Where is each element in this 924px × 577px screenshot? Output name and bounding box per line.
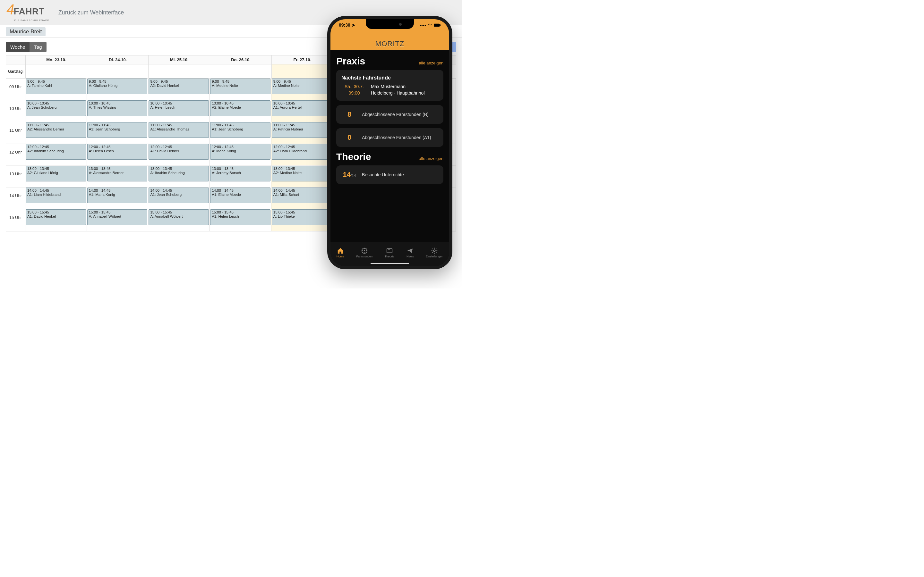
day-header: Mo. 23.10. xyxy=(25,55,87,64)
calendar-event[interactable]: 11:00 - 11:45A1: Jean Schoberg xyxy=(210,122,270,138)
view-week-button[interactable]: Woche xyxy=(6,42,29,52)
calendar-event[interactable]: 14:00 - 14:45A1: Elaine Moede xyxy=(210,187,270,203)
logo-text: FAHRT xyxy=(13,6,44,16)
calendar-event[interactable]: 15:00 - 15:45A: Annabell Wölpert xyxy=(149,210,209,225)
phone-content[interactable]: Praxis alle anzeigen Nächste Fahrstunde … xyxy=(330,50,449,242)
calendar-event[interactable]: 13:00 - 13:45A2: Giuliano Hönig xyxy=(26,166,86,181)
logo-subtitle: DIE FAHRSCHULENAPP xyxy=(14,19,49,22)
event-title: A1: Jean Schoberg xyxy=(212,127,269,131)
calendar-event[interactable]: 10:00 - 10:45A: Helen Lesch xyxy=(149,100,209,116)
event-title: A: Helen Lesch xyxy=(150,105,207,110)
day-column[interactable]: 9:00 - 9:45A: Medine Nolte10:00 - 10:45A… xyxy=(271,79,333,231)
event-time: 13:00 - 13:45 xyxy=(89,167,146,171)
day-column[interactable]: 9:00 - 9:45A: Medine Nolte10:00 - 10:45A… xyxy=(210,79,271,231)
tab-news[interactable]: News xyxy=(407,247,414,258)
calendar-event[interactable]: 13:00 - 13:45A2: Medine Nolte xyxy=(272,166,332,181)
event-title: A: Giuliano Hönig xyxy=(89,84,146,88)
calendar-event[interactable]: 15:00 - 15:45A1: Helen Lesch xyxy=(210,210,270,225)
completed-a1-count: 0 xyxy=(341,133,357,142)
calendar-event[interactable]: 11:00 - 11:45A1: Jean Schoberg xyxy=(87,122,148,138)
event-title: A1: Jean Schoberg xyxy=(150,193,207,197)
event-title: A: Patricia Hübner xyxy=(273,127,330,131)
calendar-event[interactable]: 13:00 - 13:45A: Alessandro Berner xyxy=(87,166,148,181)
user-chip[interactable]: Maurice Breit xyxy=(6,27,45,36)
day-header: Mi. 25.10. xyxy=(148,55,210,64)
event-time: 14:00 - 14:45 xyxy=(212,189,269,193)
theorie-show-all-link[interactable]: alle anzeigen xyxy=(419,156,443,161)
calendar-event[interactable]: 14:00 - 14:45A1: Liam Hildebrand xyxy=(26,187,86,203)
calendar-event[interactable]: 15:00 - 15:45A1: David Henkel xyxy=(26,210,86,225)
tab-fahrstunden[interactable]: Fahrstunden xyxy=(357,247,373,258)
allday-label: Ganztägi xyxy=(6,64,25,78)
allday-cell[interactable] xyxy=(148,64,210,78)
day-header: Do. 26.10. xyxy=(210,55,271,64)
event-title: A2: Ibrahim Scheuring xyxy=(27,149,84,153)
calendar-event[interactable]: 9:00 - 9:45A: Medine Nolte xyxy=(272,79,332,94)
event-title: A: Thies Wissing xyxy=(89,105,146,110)
wifi-icon xyxy=(428,23,432,28)
view-day-button[interactable]: Tag xyxy=(29,42,46,52)
calendar-event[interactable]: 14:00 - 14:45A1: Jean Schoberg xyxy=(149,187,209,203)
event-time: 15:00 - 15:45 xyxy=(273,210,330,214)
allday-cell[interactable] xyxy=(210,64,271,78)
time-label: 12 Uhr xyxy=(6,144,25,166)
calendar-event[interactable]: 10:00 - 10:45A: Jean Schoberg xyxy=(26,100,86,116)
calendar-event[interactable]: 12:00 - 12:45A2: Liam Hildebrand xyxy=(272,144,332,160)
calendar-event[interactable]: 12:00 - 12:45A2: Ibrahim Scheuring xyxy=(26,144,86,160)
calendar-event[interactable]: 10:00 - 10:45A2: Elaine Moede xyxy=(210,100,270,116)
completed-a1-card[interactable]: 0 Abgeschlossene Fahrstunden (A1) xyxy=(336,128,443,147)
calendar-event[interactable]: 15:00 - 15:45A: Lio Thieke xyxy=(272,210,332,225)
calendar-event[interactable]: 13:00 - 13:45A: Ibrahim Scheuring xyxy=(149,166,209,181)
event-time: 11:00 - 11:45 xyxy=(150,123,207,127)
calendar-event[interactable]: 12:00 - 12:45A1: David Henkel xyxy=(149,144,209,160)
phone-tab-bar: HomeFahrstundenTheorieNewsEinstellungen xyxy=(330,242,449,266)
event-title: A1: Aurora Hertel xyxy=(273,105,330,110)
calendar-event[interactable]: 10:00 - 10:45A1: Aurora Hertel xyxy=(272,100,332,116)
calendar-event[interactable]: 13:00 - 13:45A: Jeremy Borsch xyxy=(210,166,270,181)
tab-theorie[interactable]: Theorie xyxy=(384,247,395,258)
event-time: 11:00 - 11:45 xyxy=(273,123,330,127)
calendar-event[interactable]: 15:00 - 15:45A: Annabell Wölpert xyxy=(87,210,148,225)
event-title: A2: David Henkel xyxy=(150,84,207,88)
day-column[interactable]: 9:00 - 9:45A: Tamino Kahl10:00 - 10:45A:… xyxy=(25,79,87,231)
calendar-event[interactable]: 11:00 - 11:45A1: Alessandro Thomas xyxy=(149,122,209,138)
day-column[interactable]: 9:00 - 9:45A: Giuliano Hönig10:00 - 10:4… xyxy=(87,79,149,231)
calendar-event[interactable]: 9:00 - 9:45A: Tamino Kahl xyxy=(26,79,86,94)
calendar-event[interactable]: 14:00 - 14:45A1: Milla Scharf xyxy=(272,187,332,203)
event-time: 10:00 - 10:45 xyxy=(273,101,330,105)
megaphone-icon xyxy=(407,247,414,254)
event-title: A: Medine Nolte xyxy=(212,84,269,88)
calendar-event[interactable]: 10:00 - 10:45A: Thies Wissing xyxy=(87,100,148,116)
calendar-event[interactable]: 9:00 - 9:45A: Medine Nolte xyxy=(210,79,270,94)
calendar-event[interactable]: 11:00 - 11:45A2: Alessandro Berner xyxy=(26,122,86,138)
event-time: 14:00 - 14:45 xyxy=(27,189,84,193)
calendar-event[interactable]: 14:00 - 14:45A1: Marla Konig xyxy=(87,187,148,203)
day-column[interactable]: 9:00 - 9:45A2: David Henkel10:00 - 10:45… xyxy=(148,79,210,231)
calendar-event[interactable]: 11:00 - 11:45A: Patricia Hübner xyxy=(272,122,332,138)
allday-cell[interactable] xyxy=(271,64,333,78)
allday-cell[interactable] xyxy=(87,64,149,78)
next-lesson-location: Heidelberg - Hauptbahnhof xyxy=(371,90,438,95)
event-time: 9:00 - 9:45 xyxy=(150,79,207,84)
tab-home[interactable]: Home xyxy=(336,247,344,258)
location-icon: ➤ xyxy=(352,23,355,27)
event-time: 9:00 - 9:45 xyxy=(273,79,330,84)
praxis-show-all-link[interactable]: alle anzeigen xyxy=(419,61,443,65)
theorie-attended-card[interactable]: 14/14 Besuchte Unterrichte xyxy=(336,165,443,184)
time-label: 15 Uhr xyxy=(6,210,25,231)
calendar-event[interactable]: 12:00 - 12:45A: Marla Konig xyxy=(210,144,270,160)
event-time: 12:00 - 12:45 xyxy=(27,145,84,149)
allday-cell[interactable] xyxy=(25,64,87,78)
view-toggle: Woche Tag xyxy=(6,42,47,52)
time-label: 14 Uhr xyxy=(6,187,25,210)
calendar-event[interactable]: 9:00 - 9:45A2: David Henkel xyxy=(149,79,209,94)
tab-einstellungen[interactable]: Einstellungen xyxy=(426,247,443,258)
calendar-event[interactable]: 9:00 - 9:45A: Giuliano Hönig xyxy=(87,79,148,94)
back-to-web-link[interactable]: Zurück zum Webinterface xyxy=(58,9,124,16)
event-title: A1: David Henkel xyxy=(27,214,84,219)
completed-b-card[interactable]: 8 Abgeschlossene Fahrstunden (B) xyxy=(336,105,443,124)
tab-label: Home xyxy=(336,255,344,258)
next-lesson-card[interactable]: Nächste Fahrstunde Sa., 30.7. Max Muster… xyxy=(336,70,443,101)
calendar-event[interactable]: 12:00 - 12:45A: Helen Lesch xyxy=(87,144,148,160)
steering-wheel-icon xyxy=(361,247,368,254)
